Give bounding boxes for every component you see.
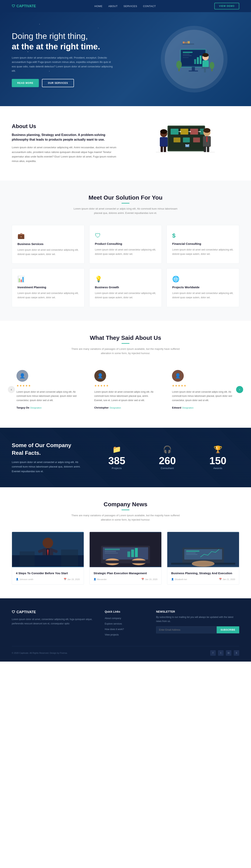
footer-logo: 🛡 CAPTIVATE (12, 610, 95, 614)
news-title: Company News (12, 501, 239, 508)
svg-rect-15 (204, 68, 206, 72)
svg-point-82 (192, 561, 215, 567)
fact-awards: 🏆 150 Awards (196, 445, 239, 470)
about-description: Lorem ipsum dolor sit amet consectetur a… (12, 145, 120, 163)
subscribe-button[interactable]: SUBSCRIBE (217, 626, 239, 633)
news-card-title-2: Business Planning, Strategy And Executio… (171, 571, 235, 575)
svg-rect-8 (200, 56, 202, 64)
social-instagram[interactable]: in (226, 650, 231, 656)
testimonials-title-block: What They Said About Us (12, 335, 239, 344)
hero-buttons: READ MORE OUR SERVICES (12, 79, 114, 87)
svg-rect-4 (183, 55, 192, 56)
testimonial-card-2: 👤 ★★★★★ Lorem ipsum dolor sit amet conse… (167, 365, 239, 414)
navigation: 🛡 CAPTIVATE HOME ABOUT SERVICES CONTACT … (0, 0, 251, 12)
social-facebook[interactable]: f (210, 650, 216, 656)
solution-title: Business Growth (95, 285, 156, 289)
news-card-0[interactable]: 4 Steps To Consider Before You Start 👤 J… (12, 532, 84, 585)
hero-content: Doing the right thing, at the at the rig… (12, 31, 114, 87)
read-more-button[interactable]: READ MORE (12, 79, 39, 87)
svg-rect-70 (135, 548, 138, 557)
nav-contact[interactable]: CONTACT (143, 5, 156, 8)
solutions-grid: 💼 Business Services Lorem ipsum dolor si… (12, 225, 239, 307)
svg-rect-69 (131, 550, 134, 557)
svg-rect-60 (20, 552, 35, 566)
svg-rect-78 (186, 553, 196, 554)
svg-rect-22 (185, 42, 187, 43)
hero-illustration-inner (165, 30, 224, 89)
svg-rect-77 (186, 551, 199, 552)
facts-text: Some of Our Company Real Facts. Lorem ip… (12, 441, 84, 474)
solution-card-financial-consulting: $ Financial Consulting Lorem ipsum dolor… (166, 225, 239, 264)
testimonial-text-0: Lorem ipsum dolor sit amet consectet adi… (17, 390, 79, 403)
facts-section: Some of Our Company Real Facts. Lorem ip… (0, 428, 251, 488)
footer-link-0[interactable]: About company (105, 617, 121, 620)
testimonial-text-2: Lorem ipsum dolor sit amet consectet adi… (172, 390, 234, 403)
newsletter-email-input[interactable] (156, 626, 217, 633)
svg-rect-48 (206, 136, 207, 142)
facts-title: Some of Our Company Real Facts. (12, 441, 84, 457)
svg-rect-14 (202, 67, 210, 68)
news-img-svg-1 (90, 532, 161, 567)
news-meta-0: 👤 Johnson smith 📅 Jan 19, 2020 (16, 578, 80, 581)
social-linkedin[interactable]: li (234, 650, 239, 656)
svg-rect-50 (207, 146, 209, 152)
testimonials-grid: ‹ 👤 ★★★★★ Lorem ipsum dolor sit amet con… (12, 365, 239, 414)
testimonial-designation-0: Designation (30, 407, 41, 409)
nav-services[interactable]: SERVICES (123, 5, 137, 8)
testimonials-subtitle: There are many variations of passages of… (71, 347, 180, 355)
footer-link-2[interactable]: How does it work? (105, 628, 124, 631)
footer-link-1[interactable]: Explore services (105, 622, 122, 625)
news-image-1 (90, 532, 161, 567)
solution-description: Lorem ipsum dolor sit amet sed consectet… (95, 291, 156, 300)
svg-rect-38 (193, 137, 200, 143)
svg-rect-26 (171, 129, 178, 134)
newsletter-title: NEWSLETTER (156, 610, 239, 613)
nav-links: HOME ABOUT SERVICES CONTACT (94, 4, 156, 8)
carousel-next-button[interactable]: › (236, 386, 243, 393)
footer-bottom: © 2020 Captivate. All Rights Reserved. D… (12, 646, 239, 656)
solution-title: Financial Consulting (172, 242, 233, 245)
awards-number: 150 (196, 456, 239, 466)
svg-rect-13 (202, 60, 208, 67)
social-twitter[interactable]: t (218, 650, 224, 656)
nav-about[interactable]: ABOUT (108, 5, 118, 8)
hero-illustration (161, 26, 227, 92)
newsletter-form: SUBSCRIBE (156, 626, 239, 633)
calendar-icon: 📅 (64, 578, 66, 581)
testimonial-designation-1: Designation (110, 407, 121, 409)
svg-rect-79 (186, 554, 197, 555)
projects-icon: 📁 (95, 445, 138, 454)
footer-link-3[interactable]: View projects (105, 633, 119, 636)
nav-home[interactable]: HOME (94, 5, 103, 8)
services-button[interactable]: OUR SERVICES (42, 79, 74, 87)
svg-rect-3 (183, 54, 190, 55)
testimonial-text-1: Lorem ipsum dolor sit amet consectet adi… (94, 390, 157, 403)
logo-icon: 🛡 (12, 4, 15, 8)
consultant-label: Consultant (146, 467, 189, 470)
calendar-icon: 📅 (141, 578, 144, 581)
testimonial-name-1: Christopher (94, 406, 109, 409)
solutions-title-block: Meet Our Solution For You (12, 194, 239, 204)
svg-rect-27 (180, 129, 188, 134)
news-card-1[interactable]: Strategic Plan Execution Management 👤 Al… (89, 532, 162, 585)
svg-point-19 (176, 61, 182, 68)
projects-worldwide-icon: 🌐 (172, 276, 233, 282)
demo-button[interactable]: VIEW DEMO (214, 3, 239, 9)
solution-title: Business Services (18, 242, 79, 246)
carousel-prev-button[interactable]: ‹ (8, 386, 15, 393)
section-divider (121, 203, 130, 204)
svg-rect-36 (173, 137, 180, 143)
svg-point-53 (43, 538, 53, 548)
solution-card-projects-worldwide: 🌐 Projects Worldwide Lorem ipsum dolor s… (166, 268, 239, 307)
news-card-title-0: 4 Steps To Consider Before You Start (16, 571, 80, 575)
logo[interactable]: 🛡 CAPTIVATE (12, 4, 36, 8)
calendar-icon: 📅 (219, 578, 222, 581)
svg-rect-68 (128, 552, 130, 557)
testimonial-avatar-2: 👤 (172, 370, 184, 382)
news-subtitle: There are many variations of passages of… (71, 513, 180, 522)
news-card-2[interactable]: Business Planning, Strategy And Executio… (167, 532, 239, 585)
solutions-title: Meet Our Solution For You (12, 194, 239, 201)
hero-section: Doing the right thing, at the at the rig… (0, 12, 251, 106)
social-links: f t in li (210, 650, 239, 656)
svg-point-41 (160, 129, 167, 134)
